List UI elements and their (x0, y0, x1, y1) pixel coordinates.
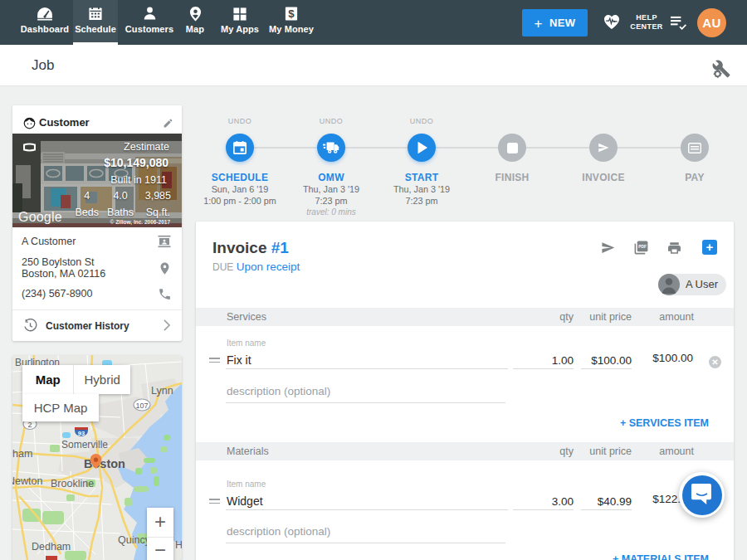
svg-text:2: 2 (27, 421, 32, 429)
svg-text:107: 107 (135, 402, 148, 410)
svg-text:Brookline: Brookline (51, 478, 94, 489)
svg-text:Dedham: Dedham (32, 541, 71, 553)
svg-text:Hi: Hi (175, 539, 182, 551)
svg-text:Lynn: Lynn (151, 385, 173, 397)
svg-text:93: 93 (78, 430, 85, 437)
svg-text:Somerville: Somerville (61, 439, 108, 450)
svg-text:ham: ham (12, 448, 32, 460)
svg-text:Newton: Newton (12, 475, 42, 487)
svg-text:Quincy: Quincy (118, 534, 151, 546)
svg-text:Boston: Boston (84, 457, 125, 470)
svg-text:PDF: PDF (638, 245, 647, 249)
svg-text:$: $ (288, 7, 295, 20)
